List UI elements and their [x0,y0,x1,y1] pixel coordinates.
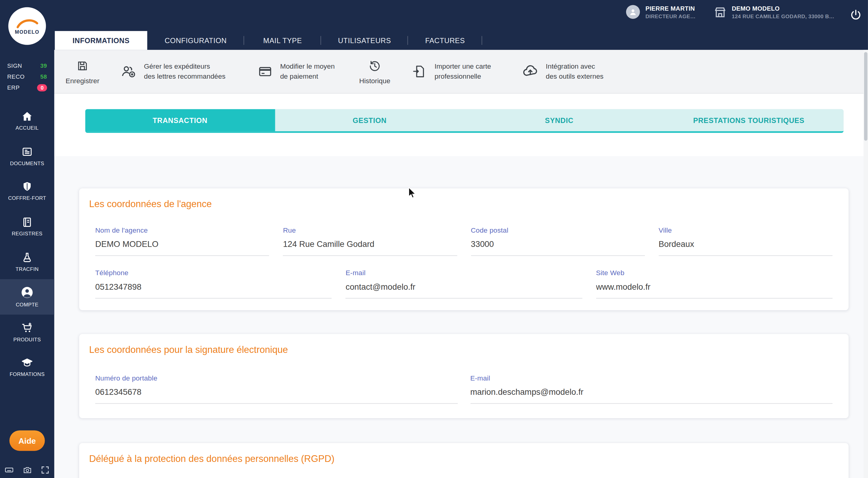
current-agency-menu[interactable]: DEMO MODELO 124 RUE CAMILLE GODARD, 3300… [713,5,834,19]
tab-factures[interactable]: FACTURES [408,31,482,50]
credit-card-icon [257,64,273,79]
fullscreen-icon[interactable] [40,465,50,475]
scrollbar-thumb[interactable] [864,52,867,141]
counter-reco-label: RECO [7,73,25,80]
register-book-icon [21,216,33,228]
rgpd-card: Délégué à la protection des données pers… [79,443,848,478]
sidebar-nav: ACCUEIL DOCUMENTS COFFRE-FORT REGISTRES … [0,103,54,385]
field-email-agence: E-mail [346,269,582,299]
actions-toolbar: Enregistrer Gérer les expéditeurs des le… [54,50,868,93]
cloud-upload-icon [522,63,539,80]
sidebar-item-coffre-fort[interactable]: COFFRE-FORT [0,173,54,209]
counter-sign-value: 39 [40,62,47,69]
signature-contact-card: Les coordonnées pour la signature électr… [79,334,848,418]
counter-sign: SIGN 39 [7,60,47,71]
counter-sign-label: SIGN [7,62,22,69]
input-rue[interactable] [283,234,457,256]
field-label: Téléphone [95,269,332,277]
external-tools-integration-button[interactable]: Intégration avec des outils externes [522,58,603,85]
field-label: Ville [659,227,833,234]
tab-configuration[interactable]: CONFIGURATION [147,31,244,50]
save-button[interactable]: Enregistrer [64,59,101,86]
subtab-prestations-touristiques[interactable]: PRESTATIONS TOURISTIQUES [654,109,844,131]
agency-fields-row-1: Nom de l'agence Rue Code postal Ville [79,227,848,256]
flask-icon [21,251,33,263]
input-email-signature[interactable] [470,382,833,404]
field-telephone: Téléphone [95,269,332,299]
rgpd-card-title: Délégué à la protection des données pers… [79,443,848,465]
input-telephone[interactable] [95,277,332,299]
field-label: Code postal [471,227,645,234]
subtab-syndic[interactable]: SYNDIC [464,109,654,131]
subtab-transaction[interactable]: TRANSACTION [85,109,275,131]
agency-building-icon [713,5,727,19]
sidebar: MODELO SIGN 39 RECO 58 ERP 0 ACCUEIL [0,0,54,478]
vertical-scrollbar [863,50,868,478]
counter-reco: RECO 58 [7,71,47,82]
input-email-agence[interactable] [346,277,582,299]
agency-name: DEMO MODELO [732,5,834,11]
input-ville[interactable] [659,234,833,256]
input-code-postal[interactable] [471,234,645,256]
input-numero-portable[interactable] [95,382,458,404]
field-email-signature: E-mail [470,375,833,404]
home-icon [21,110,33,122]
manage-registered-mail-senders-button[interactable]: Gérer les expéditeurs des lettres recomm… [120,58,225,85]
sidebar-counters: SIGN 39 RECO 58 ERP 0 [0,58,54,95]
current-user-menu[interactable]: PIERRE MARTIN DIRECTEUR AGE… [626,5,695,19]
user-circle-icon [20,286,34,299]
power-icon [849,8,863,22]
agency-card-title: Les coordonnées de l'agence [79,188,848,210]
import-document-icon [412,64,427,79]
sidebar-item-accueil[interactable]: ACCUEIL [0,103,54,138]
change-payment-method-button[interactable]: Modifier le moyen de paiement [257,58,335,85]
sidebar-item-produits[interactable]: PRODUITS [0,314,54,350]
logo-text: MODELO [15,29,39,35]
counter-erp-badge: 0 [37,84,47,91]
history-button[interactable]: Historique [356,59,394,86]
sidebar-footer-tools [0,465,54,475]
logo-swoosh-icon [15,17,39,29]
logout-power-button[interactable] [849,8,863,22]
tab-utilisateurs[interactable]: UTILISATEURS [321,31,408,50]
agency-address: 124 RUE CAMILLE GODARD, 33000 B… [732,13,834,20]
input-site-web[interactable] [596,277,833,299]
shield-icon [21,181,33,193]
field-label: E-mail [346,269,582,277]
import-business-card-button[interactable]: Importer une carte professionnelle [412,58,491,85]
field-numero-portable: Numéro de portable [95,375,458,404]
field-label: Rue [283,227,457,234]
sidebar-item-formations[interactable]: FORMATIONS [0,350,54,385]
sidebar-item-tracfin[interactable]: TRACFIN [0,244,54,279]
signature-card-title: Les coordonnées pour la signature électr… [79,334,848,356]
agency-details-card: Les coordonnées de l'agence Nom de l'age… [79,188,848,310]
counter-erp: ERP 0 [7,82,47,93]
screenshot-camera-icon[interactable] [23,465,32,475]
user-avatar-icon [626,5,640,19]
help-button[interactable]: Aide [9,430,45,451]
field-label: E-mail [470,375,833,382]
top-header-bar: PIERRE MARTIN DIRECTEUR AGE… DEMO MODELO… [0,0,868,50]
field-site-web: Site Web [596,269,833,299]
user-name: PIERRE MARTIN [646,5,695,11]
field-label: Site Web [596,269,833,277]
main-tabs: INFORMATIONS CONFIGURATION MAIL TYPE UTI… [55,31,482,50]
agency-fields-row-2: Téléphone E-mail Site Web [79,269,848,299]
counter-reco-value: 58 [40,73,47,80]
field-code-postal: Code postal [471,227,645,256]
keyboard-icon[interactable] [5,465,14,475]
history-clock-icon [368,59,381,72]
subtab-gestion[interactable]: GESTION [275,109,465,131]
field-ville: Ville [659,227,833,256]
tab-mail-type[interactable]: MAIL TYPE [244,31,321,50]
sidebar-item-compte[interactable]: COMPTE [0,279,54,314]
tab-informations[interactable]: INFORMATIONS [55,31,148,50]
documents-icon [21,146,33,158]
sidebar-item-documents[interactable]: DOCUMENTS [0,138,54,173]
sidebar-item-registres[interactable]: REGISTRES [0,209,54,244]
input-nom-agence[interactable] [95,234,269,256]
counter-erp-label: ERP [7,84,20,91]
cart-plus-icon [21,322,33,334]
signature-fields-row: Numéro de portable E-mail [79,375,848,404]
user-role: DIRECTEUR AGE… [646,13,695,20]
